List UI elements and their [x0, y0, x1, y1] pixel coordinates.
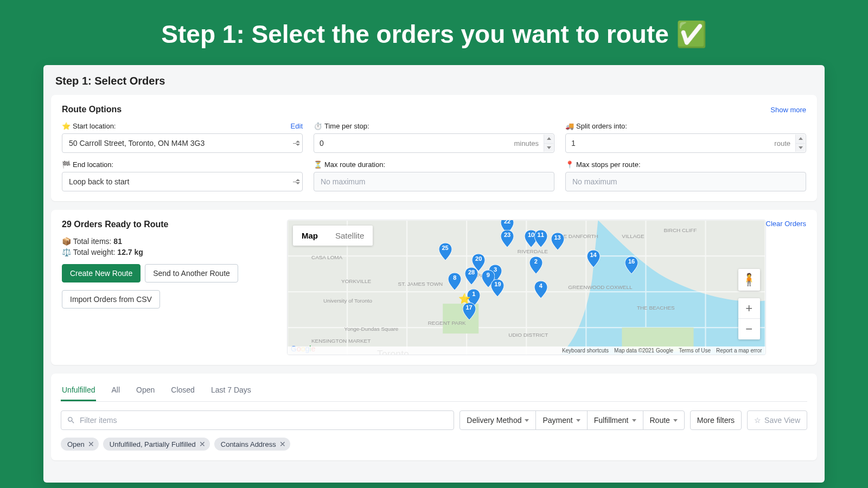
filter-card: UnfulfilledAllOpenClosedLast 7 Days Deli…: [51, 374, 817, 460]
total-items: 📦 Total items: 81: [62, 237, 276, 246]
filter-chip[interactable]: Unfulfilled, Partially Fulfilled ✕: [103, 438, 210, 451]
map-marker[interactable]: 13: [551, 233, 564, 250]
filter-dropdown[interactable]: Delivery Method: [459, 410, 536, 430]
svg-text:YORKVILLE: YORKVILLE: [341, 278, 371, 284]
filter-tab[interactable]: Unfulfilled: [61, 380, 96, 401]
search-input[interactable]: [61, 410, 454, 430]
svg-text:THE BEACHES: THE BEACHES: [637, 305, 675, 311]
map-marker[interactable]: 11: [534, 230, 547, 247]
filter-chip[interactable]: Contains Address ✕: [214, 438, 290, 451]
end-location-select[interactable]: Loop back to start: [62, 172, 303, 191]
split-orders-input[interactable]: route: [565, 133, 806, 153]
app-panel: Step 1: Select Orders Route Options Show…: [43, 65, 825, 483]
chip-remove-icon[interactable]: ✕: [279, 440, 286, 448]
filter-tab[interactable]: All: [110, 380, 121, 401]
map-marker[interactable]: 17: [463, 303, 476, 320]
filter-tab[interactable]: Last 7 Days: [210, 380, 252, 401]
create-route-button[interactable]: Create New Route: [62, 264, 141, 282]
stepper-up[interactable]: [544, 134, 553, 144]
route-options-title: Route Options: [62, 105, 122, 114]
map-marker[interactable]: 4: [534, 281, 547, 298]
more-filters-button[interactable]: More filters: [690, 410, 742, 430]
time-per-stop-input[interactable]: minutes: [314, 133, 554, 153]
svg-text:GREENWOOD COXWELL: GREENWOOD COXWELL: [568, 284, 633, 290]
stepper-down[interactable]: [544, 144, 553, 152]
svg-text:REGENT PARK: REGENT PARK: [428, 320, 466, 326]
svg-text:BIRCH CLIFF: BIRCH CLIFF: [663, 227, 697, 233]
end-location-label: 🏁 End location:: [62, 160, 303, 169]
svg-text:KENSINGTON MARKET: KENSINGTON MARKET: [311, 338, 371, 344]
orders-card: Clear Orders 29 Orders Ready to Route 📦 …: [51, 210, 817, 365]
filter-dropdown[interactable]: Route: [643, 410, 685, 430]
map-marker[interactable]: 2: [529, 256, 542, 274]
save-view-button[interactable]: ☆ Save View: [747, 410, 807, 430]
page-title: Step 1: Select Orders: [43, 65, 825, 95]
map-marker[interactable]: 14: [587, 250, 600, 267]
zoom-out-button[interactable]: −: [738, 319, 760, 339]
map-marker[interactable]: 8: [448, 273, 461, 290]
send-another-route-button[interactable]: Send to Another Route: [145, 264, 238, 282]
max-stops-input[interactable]: No maximum: [565, 172, 806, 191]
hero-title: Step 1: Select the orders you want to ro…: [0, 0, 868, 65]
svg-text:RIVERDALE: RIVERDALE: [518, 248, 548, 254]
start-marker-icon: ⭐: [458, 293, 470, 305]
search-icon: [67, 416, 75, 425]
svg-text:ST. JAMES TOWN: ST. JAMES TOWN: [398, 281, 443, 287]
filter-dropdown[interactable]: Payment: [535, 410, 587, 430]
chip-remove-icon[interactable]: ✕: [88, 440, 94, 448]
route-options-card: Route Options Show more ⭐ Start location…: [51, 95, 817, 201]
stepper-up[interactable]: [796, 134, 805, 144]
map-tab-map[interactable]: Map: [293, 226, 327, 246]
map-tab-satellite[interactable]: Satellite: [327, 226, 373, 246]
import-csv-button[interactable]: Import Orders from CSV: [62, 290, 160, 309]
svg-text:UDIO DISTRICT: UDIO DISTRICT: [508, 332, 548, 338]
filter-chip[interactable]: Open ✕: [61, 438, 99, 451]
show-more-link[interactable]: Show more: [770, 106, 806, 114]
svg-text:CASA LOMA: CASA LOMA: [311, 254, 343, 260]
map-marker[interactable]: 19: [491, 279, 504, 297]
map-marker[interactable]: 25: [439, 243, 452, 260]
chip-remove-icon[interactable]: ✕: [199, 440, 206, 448]
svg-text:VILLAGE: VILLAGE: [622, 233, 644, 239]
map-container[interactable]: Toronto YORKVILLE ST. JAMES TOWN row Par…: [287, 220, 766, 355]
split-orders-label: 🚚 Split orders into:: [565, 122, 806, 130]
zoom-in-button[interactable]: +: [738, 298, 760, 319]
map-marker[interactable]: 28: [465, 267, 478, 285]
max-stops-label: 📍 Max stops per route:: [565, 160, 806, 169]
stepper-down[interactable]: [796, 144, 805, 152]
max-duration-label: ⏳ Max route duration:: [314, 160, 554, 169]
clear-orders-link[interactable]: Clear Orders: [766, 220, 806, 228]
time-per-stop-label: ⏱️ Time per stop:: [314, 122, 554, 130]
filter-dropdown[interactable]: Fulfillment: [587, 410, 643, 430]
start-location-label: ⭐ Start location:Edit: [62, 122, 303, 130]
map-marker[interactable]: 23: [501, 230, 514, 247]
start-location-select[interactable]: 50 Carroll Street, Toronto, ON M4M 3G3: [62, 133, 303, 153]
max-duration-input[interactable]: No maximum: [314, 172, 554, 191]
filter-tab[interactable]: Closed: [170, 380, 196, 401]
edit-start-location[interactable]: Edit: [291, 122, 303, 130]
orders-count-title: 29 Orders Ready to Route: [62, 220, 276, 229]
total-weight: ⚖️ Total weight: 12.7 kg: [62, 248, 276, 256]
map-marker[interactable]: 16: [625, 256, 638, 274]
map-attribution: Keyboard shortcuts Map data ©2021 Google…: [288, 346, 765, 355]
filter-tab[interactable]: Open: [135, 380, 156, 401]
svg-text:Yonge-Dundas Square: Yonge-Dundas Square: [344, 326, 399, 332]
pegman-icon[interactable]: 🧍: [738, 269, 760, 291]
svg-text:University of Toronto: University of Toronto: [323, 298, 372, 304]
